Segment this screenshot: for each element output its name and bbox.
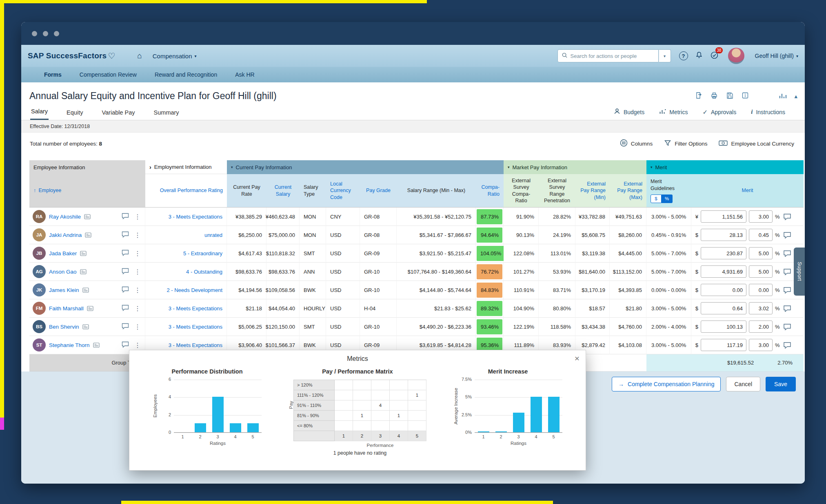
tab-salary[interactable]: Salary (30, 106, 49, 120)
employee-name-link[interactable]: Jada Baker (49, 250, 77, 256)
help-icon[interactable]: ? (679, 51, 688, 60)
merit-percent-input[interactable] (749, 321, 773, 333)
save-button[interactable]: Save (766, 377, 796, 391)
employee-name-link[interactable]: Faith Marshall (49, 305, 84, 312)
module-menu[interactable]: Compensation ▾ (153, 53, 197, 60)
nav-item-ask-hr[interactable]: Ask HR (235, 71, 254, 78)
comment-icon[interactable] (783, 268, 791, 275)
group-employment-information[interactable]: › Employment Information (145, 160, 227, 174)
group-merit[interactable]: ▾ Merit (646, 160, 804, 174)
merit-amount-input[interactable] (701, 265, 746, 278)
row-menu-icon[interactable]: ⋮ (134, 268, 141, 276)
user-menu[interactable]: Geoff Hill (ghill) ▾ (755, 53, 798, 59)
employee-name-link[interactable]: Ray Akoshile (49, 214, 81, 220)
chart-icon[interactable] (779, 92, 787, 101)
merit-percent-input[interactable] (749, 210, 773, 223)
approvals-button[interactable]: ✓ Approvals (702, 108, 736, 116)
performance-rating-link[interactable]: 5 - Extraordinary (145, 244, 227, 263)
employee-name-link[interactable]: Stephanie Thorn (49, 342, 90, 348)
chat-icon[interactable] (122, 286, 129, 294)
percent-toggle-button[interactable]: % (662, 195, 673, 203)
filter-options-button[interactable]: Filter Options (664, 139, 707, 148)
brand-logo[interactable]: SAP SuccessFactors (28, 51, 107, 60)
merit-amount-input[interactable] (701, 302, 746, 314)
row-menu-icon[interactable]: ⋮ (134, 323, 141, 331)
print-icon[interactable] (710, 91, 718, 101)
row-menu-icon[interactable]: ⋮ (134, 250, 141, 257)
column-header-external-pay-range-max[interactable]: External Pay Range (Max) (610, 174, 646, 208)
chat-icon[interactable] (122, 250, 129, 257)
group-market-pay-information[interactable]: ▾ Market Pay Information (504, 160, 646, 174)
row-menu-icon[interactable]: ⋮ (134, 305, 141, 312)
support-tab[interactable]: Support (794, 248, 805, 296)
employee-card-icon[interactable] (93, 343, 100, 348)
user-avatar[interactable] (728, 48, 744, 64)
employee-name-link[interactable]: Ben Shervin (49, 324, 79, 330)
comment-icon[interactable] (783, 232, 791, 239)
window-control-dot[interactable] (54, 31, 59, 36)
merit-amount-input[interactable] (701, 210, 746, 223)
columns-button[interactable]: Columns (620, 139, 653, 148)
comment-icon[interactable] (783, 213, 791, 220)
comment-icon[interactable] (783, 287, 791, 294)
chat-icon[interactable] (122, 213, 129, 221)
notifications-bell-icon[interactable] (695, 51, 703, 61)
comment-icon[interactable] (783, 342, 791, 349)
close-icon[interactable]: × (575, 354, 580, 363)
performance-rating-link[interactable]: 3 - Meets Expectations (145, 208, 227, 226)
info-icon[interactable] (741, 91, 749, 101)
chat-icon[interactable] (122, 231, 129, 239)
employee-name-link[interactable]: Jakki Andrina (49, 232, 82, 238)
merit-percent-input[interactable] (749, 339, 773, 351)
tab-equity[interactable]: Equity (66, 107, 84, 120)
column-header-current-salary[interactable]: Current Salary (266, 174, 300, 208)
collapse-chevron-icon[interactable]: ▴ (794, 93, 797, 100)
metrics-button[interactable]: Metrics (659, 108, 688, 116)
column-header-local-currency-code[interactable]: Local Currency Code (326, 174, 360, 208)
employee-card-icon[interactable] (87, 306, 93, 311)
row-menu-icon[interactable]: ⋮ (134, 341, 141, 349)
budgets-button[interactable]: Budgets (614, 108, 644, 116)
nav-item-compensation-review[interactable]: Compensation Review (80, 71, 137, 78)
comment-icon[interactable] (783, 305, 791, 312)
column-header-external-pay-range-min[interactable]: External Pay Range (Min) (575, 174, 610, 208)
column-header-overall-performance-rating[interactable]: Overall Performance Rating (145, 174, 227, 208)
todo-check-icon[interactable]: 38 (710, 51, 719, 61)
employee-name-link[interactable]: James Klein (49, 287, 79, 293)
row-menu-icon[interactable]: ⋮ (134, 213, 141, 221)
save-icon[interactable] (726, 91, 734, 101)
column-header-pay-grade[interactable]: Pay Grade (360, 174, 397, 208)
merit-amount-input[interactable] (701, 339, 746, 351)
currency-toggle-button[interactable]: $ (651, 195, 662, 203)
search-input[interactable] (571, 53, 655, 59)
nav-item-forms[interactable]: Forms (44, 71, 62, 78)
merit-amount-input[interactable] (701, 247, 746, 259)
column-header-employee[interactable]: ↑ Employee (29, 174, 145, 208)
merit-amount-input[interactable] (701, 284, 746, 296)
merit-percent-input[interactable] (749, 284, 773, 296)
window-control-dot[interactable] (32, 31, 37, 36)
column-header-compa-ratio[interactable]: Compa-Ratio (476, 174, 504, 208)
complete-compensation-planning-button[interactable]: → Complete Compensation Planning (612, 377, 721, 391)
chat-icon[interactable] (122, 268, 129, 276)
merit-amount-input[interactable] (701, 229, 746, 241)
merit-percent-input[interactable] (749, 229, 773, 241)
performance-rating-link[interactable]: 3 - Meets Expectations (145, 318, 227, 336)
instructions-button[interactable]: i Instructions (751, 108, 785, 115)
search-dropdown-button[interactable]: ▾ (659, 49, 671, 62)
window-control-dot[interactable] (43, 31, 48, 36)
row-menu-icon[interactable]: ⋮ (134, 286, 141, 294)
employee-card-icon[interactable] (84, 214, 91, 219)
employee-card-icon[interactable] (85, 232, 91, 238)
tab-variable-pay[interactable]: Variable Pay (101, 107, 135, 120)
employee-local-currency-button[interactable]: Employee Local Currency (719, 140, 794, 148)
merit-amount-input[interactable] (701, 321, 746, 333)
row-menu-icon[interactable]: ⋮ (134, 231, 141, 239)
employee-card-icon[interactable] (82, 324, 89, 329)
merit-percent-input[interactable] (749, 265, 773, 278)
nav-item-reward-and-recognition[interactable]: Reward and Recognition (155, 71, 217, 78)
group-current-pay-information[interactable]: ▾ Current Pay Information (227, 160, 504, 174)
chat-icon[interactable] (122, 323, 129, 331)
export-icon[interactable] (695, 91, 703, 101)
performance-rating-link[interactable]: 2 - Needs Development (145, 281, 227, 299)
